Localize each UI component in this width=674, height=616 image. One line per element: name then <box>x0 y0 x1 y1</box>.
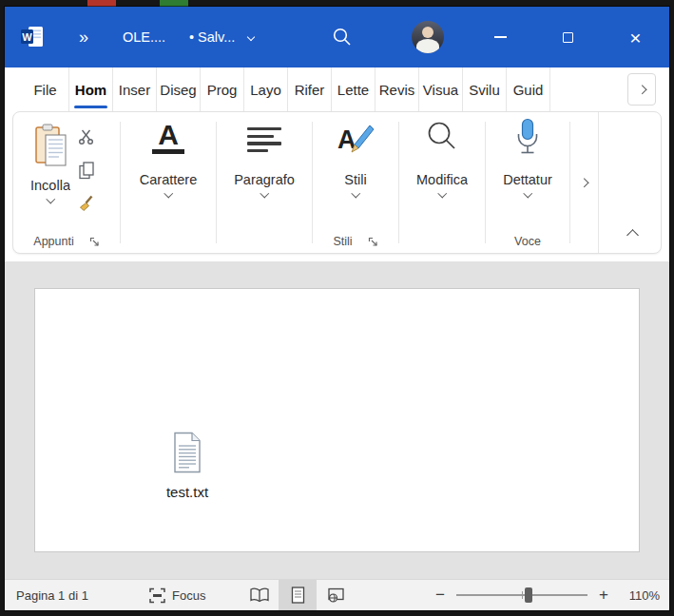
tab-help[interactable]: Guid <box>507 67 550 111</box>
word-window: W » OLE.... • Salv... × File Ho <box>5 7 669 610</box>
tab-references[interactable]: Rifer <box>288 67 332 111</box>
window-controls: × <box>467 7 669 67</box>
search-button[interactable] <box>332 7 353 67</box>
tabs-overflow-button[interactable] <box>627 73 656 106</box>
avatar-body <box>416 39 439 53</box>
voice-group-label: Voce <box>514 235 541 248</box>
format-painter-button[interactable] <box>74 192 99 215</box>
clipboard-group: Incolla <box>13 112 120 253</box>
document-area: test.txt <box>5 261 669 579</box>
ribbon-overflow-button[interactable] <box>570 112 599 253</box>
tab-layout[interactable]: Layo <box>244 67 288 111</box>
maximize-icon <box>563 32 573 43</box>
web-layout-button[interactable] <box>317 580 355 610</box>
font-group-button[interactable]: A Carattere <box>140 112 197 197</box>
desktop-sliver-red <box>87 0 116 7</box>
paragraph-icon <box>247 127 281 152</box>
quick-access-overflow-button[interactable]: » <box>79 7 89 67</box>
ribbon: Incolla <box>5 111 669 261</box>
voice-group: Dettatur Voce <box>486 112 569 253</box>
dictate-button[interactable]: Dettatur <box>503 112 552 197</box>
tab-review[interactable]: Revis <box>376 67 419 111</box>
cut-button[interactable] <box>74 125 99 148</box>
avatar-head <box>422 27 433 38</box>
titlebar: W » OLE.... • Salv... × <box>5 7 669 67</box>
chevron-down-icon <box>247 33 255 41</box>
collapse-ribbon-button[interactable] <box>619 224 645 245</box>
chevron-down-icon <box>46 195 54 203</box>
clipboard-group-footer: Appunti <box>13 235 120 248</box>
svg-text:W: W <box>22 31 32 43</box>
clipboard-dialog-launcher[interactable] <box>89 237 100 247</box>
maximize-button[interactable] <box>534 7 602 67</box>
focus-toggle[interactable]: Focus <box>149 580 205 610</box>
clipboard-group-label: Appunti <box>33 235 73 248</box>
editing-group-button[interactable]: Modifica <box>416 112 468 197</box>
zoom-slider-center-tick <box>522 591 523 599</box>
zoom-out-button[interactable]: − <box>433 586 447 605</box>
close-button[interactable]: × <box>602 7 669 67</box>
microphone-icon <box>516 118 539 158</box>
status-bar: Pagina 1 di 1 Focus <box>5 579 669 610</box>
document-page[interactable]: test.txt <box>34 288 640 552</box>
styles-icon: A <box>336 122 376 164</box>
paste-button[interactable]: Incolla <box>30 118 70 202</box>
copy-button[interactable] <box>74 159 99 182</box>
zoom-slider-handle[interactable] <box>525 587 532 603</box>
embedded-object[interactable]: test.txt <box>135 432 240 500</box>
tab-design[interactable]: Prog <box>201 67 244 111</box>
search-icon <box>332 27 353 48</box>
format-painter-icon <box>78 195 95 212</box>
styles-group-button[interactable]: A Stili <box>336 112 376 197</box>
tab-file[interactable]: File <box>22 67 69 111</box>
chevron-right-icon <box>580 178 588 186</box>
embedded-file-name: test.txt <box>135 484 240 500</box>
chevron-down-icon <box>164 189 172 198</box>
read-mode-button[interactable] <box>241 580 279 610</box>
styles-group-footer: Stili <box>313 235 398 248</box>
voice-group-footer: Voce <box>486 235 569 248</box>
view-switcher <box>241 580 355 610</box>
document-title: OLE.... <box>123 7 165 67</box>
paragraph-group: Paragrafo <box>217 112 312 253</box>
tab-mailings[interactable]: Lette <box>332 67 376 111</box>
zoom-controls: − + 110% <box>433 580 660 610</box>
font-group: A Carattere <box>121 112 216 253</box>
zoom-in-button[interactable]: + <box>597 586 610 605</box>
clipboard-small-buttons <box>70 118 103 215</box>
web-page-icon <box>327 587 345 603</box>
styles-group-label: Stili <box>333 235 352 248</box>
chevron-down-icon <box>260 189 268 198</box>
minimize-icon <box>494 36 507 38</box>
tab-developer[interactable]: Svilu <box>463 67 507 111</box>
zoom-slider[interactable] <box>456 594 587 596</box>
chevron-down-icon <box>437 189 446 198</box>
style-brush-icon <box>336 122 376 164</box>
paragraph-group-button[interactable]: Paragrafo <box>234 112 295 197</box>
page-indicator[interactable]: Pagina 1 di 1 <box>16 580 88 610</box>
book-icon <box>249 587 270 603</box>
word-app-button[interactable]: W <box>20 7 45 67</box>
focus-icon <box>149 587 165 604</box>
magnifier-icon <box>425 120 459 156</box>
save-status-button[interactable]: • Salv... <box>189 7 254 67</box>
copy-icon <box>78 162 95 180</box>
desktop-sliver-green <box>160 0 188 7</box>
avatar[interactable] <box>412 21 444 53</box>
print-layout-button[interactable] <box>279 580 317 610</box>
styles-group: A Stili Stili <box>313 112 398 253</box>
save-status-label: • Salv... <box>189 29 235 45</box>
tab-draw[interactable]: Diseg <box>157 67 201 111</box>
tab-view[interactable]: Visua <box>419 67 463 111</box>
tab-insert[interactable]: Inser <box>113 67 157 111</box>
styles-dialog-launcher[interactable] <box>368 237 378 247</box>
chevron-down-icon <box>523 189 531 198</box>
tab-home[interactable]: Hom <box>69 67 113 111</box>
double-chevron-icon: » <box>79 28 89 48</box>
page-icon <box>291 587 305 604</box>
focus-label: Focus <box>172 588 205 603</box>
minimize-button[interactable] <box>467 7 534 67</box>
close-icon: × <box>629 28 641 48</box>
zoom-level[interactable]: 110% <box>620 588 660 603</box>
scissors-icon <box>78 128 95 145</box>
